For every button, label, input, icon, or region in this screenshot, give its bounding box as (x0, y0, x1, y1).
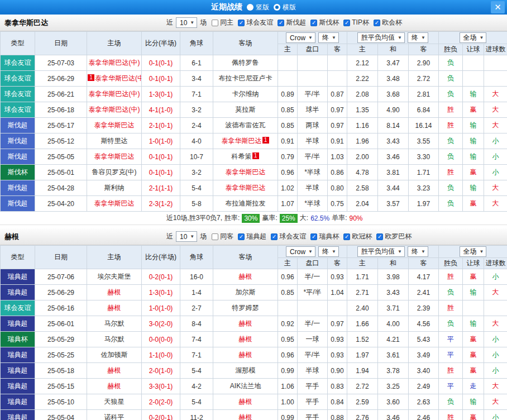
result-cell: 平 (439, 332, 463, 347)
radio-icon[interactable] (274, 4, 280, 11)
euro-odds-select[interactable]: 胜平负均值 ▼ (357, 246, 405, 257)
layout-radio-vertical[interactable]: 竖版 (247, 3, 269, 12)
competition-type-cell: 斯伐超 (1, 118, 35, 133)
checkbox-icon[interactable] (212, 233, 218, 240)
subcol-euro-home: 主 (347, 44, 378, 55)
filter-option[interactable]: ✓TIP杯 (343, 18, 369, 27)
checkbox-icon[interactable]: ✓ (343, 20, 350, 26)
asian-away-odds-cell: 1.03 (328, 149, 347, 165)
corner-cell: 16-0 (180, 269, 213, 285)
filter-option[interactable]: ✓斯伐杯 (310, 18, 339, 27)
checkbox-icon[interactable]: ✓ (238, 20, 245, 26)
asian-away-odds-cell: 0.87 (328, 87, 347, 102)
result-cell: 胜 (439, 363, 463, 379)
match-date-cell: 25-05-29 (35, 332, 87, 347)
home-team-cell: 鲁容贝罗克(中) (87, 165, 142, 180)
result-cell: 负 (439, 196, 463, 212)
asian-home-odds-cell: 0.85 (278, 102, 298, 118)
col-home: 主场 (87, 246, 142, 269)
filter-option[interactable]: ✓斯伐超 (278, 18, 306, 27)
filter-option[interactable]: ✓瑞典杯 (310, 232, 339, 241)
layout-radio-horizontal[interactable]: 横版 (274, 3, 296, 12)
match-row: 瑞典超25-06-29赫根1-3(0-1)1-4加尔斯0.85*平/半1.042… (1, 285, 507, 300)
euro-home-odds-cell: 1.66 (347, 316, 378, 332)
chevron-down-icon: ▼ (480, 249, 484, 254)
euro-odds-select[interactable]: 胜平负均值 ▼ (357, 32, 405, 43)
filter-option[interactable]: 同主 (212, 18, 233, 27)
team-name: 赫根 (4, 232, 19, 242)
euro-odds-header: 胜平负均值 ▼ 终 ▼ (347, 32, 439, 44)
subcol-asia-home: 主 (278, 44, 298, 55)
radio-label: 竖版 (256, 3, 269, 12)
filter-option[interactable]: ✓球会友谊 (271, 232, 306, 241)
handicap-result-cell: 赢 (463, 269, 484, 285)
competition-type-cell: 斯伐超 (1, 180, 35, 196)
match-count-select[interactable]: 10 ▼ (176, 231, 197, 242)
filter-label: 斯伐杯 (319, 18, 339, 27)
asian-away-odds-cell: 0.93 (328, 269, 347, 285)
score-cell: 2-3(1-2) (142, 196, 180, 212)
goals-result-cell: 大 (484, 316, 507, 332)
checkbox-icon[interactable]: ✓ (278, 20, 284, 26)
away-team-cell: 卡尔维纳 (213, 87, 278, 102)
checkbox-icon[interactable]: ✓ (238, 233, 245, 240)
checkbox-icon[interactable]: ✓ (376, 233, 383, 240)
euro-final-select[interactable]: 终 ▼ (408, 32, 428, 43)
away-team-name: 泰拿华斯巴达 (226, 168, 266, 176)
away-team-cell: 泰拿华斯巴达 (213, 180, 278, 196)
euro-draw-odds-cell: 3.46 (378, 149, 409, 165)
filter-option[interactable]: 同客 (212, 232, 233, 241)
odds-company-select[interactable]: Crow ▼ (286, 32, 315, 43)
asian-away-odds-cell: 0.80 (328, 180, 347, 196)
away-team-cell: AIK法兰地 (213, 379, 278, 394)
euro-home-odds-cell: 1.96 (347, 133, 378, 149)
filter-option[interactable]: ✓欧会杯 (374, 18, 402, 27)
checkbox-icon[interactable] (212, 20, 218, 26)
asian-away-odds-cell: 0.93 (328, 347, 347, 363)
select-value: Crow (290, 34, 305, 42)
filter-option[interactable]: ✓欧罗巴杯 (376, 232, 412, 241)
odds-final-select[interactable]: 终 ▼ (318, 246, 339, 257)
col-score: 比分(半场) (142, 32, 180, 55)
home-team-name: 泰拿华斯巴达 (94, 152, 135, 160)
checkbox-icon[interactable]: ✓ (271, 233, 278, 240)
away-team-name: 波德布雷佐瓦 (226, 121, 266, 129)
checkbox-icon[interactable]: ✓ (374, 20, 380, 26)
filter-option[interactable]: ✓球会友谊 (238, 18, 273, 27)
subcol-result: 胜负 (439, 44, 463, 55)
col-corner: 角球 (180, 246, 213, 269)
away-team-name: 赫根 (239, 273, 252, 280)
checkbox-icon[interactable]: ✓ (343, 233, 350, 240)
count-badge: 1 (262, 137, 269, 144)
home-team-cell: 赫根 (87, 300, 142, 316)
odds-company-select[interactable]: Crow ▼ (286, 246, 315, 257)
checkbox-icon[interactable]: ✓ (310, 20, 317, 26)
asian-handicap-cell: *平/半 (298, 285, 328, 300)
euro-final-select[interactable]: 终 ▼ (408, 246, 428, 257)
euro-home-odds-cell: 2.58 (347, 180, 378, 196)
asian-handicap-cell: 半/一 (298, 316, 328, 332)
filter-option[interactable]: ✓瑞典超 (238, 232, 266, 241)
match-count-select[interactable]: 10 ▼ (176, 17, 197, 28)
filter-label: 欧罗巴杯 (385, 232, 412, 241)
radio-icon[interactable] (247, 4, 253, 11)
euro-draw-odds-cell: 3.43 (378, 133, 409, 149)
euro-odds-header: 胜平负均值 ▼ 终 ▼ (347, 246, 439, 258)
asian-handicap-cell (298, 300, 328, 316)
close-button[interactable]: ✕ (491, 1, 505, 13)
euro-away-odds-cell: 3.30 (409, 149, 439, 165)
goals-result-cell: 大 (484, 196, 507, 212)
checkbox-icon[interactable]: ✓ (310, 233, 317, 240)
score-cell: 1-1(0-0) (142, 347, 180, 363)
home-team-name: 泰拿华斯巴达(中) (95, 74, 142, 82)
scope-select[interactable]: 全场 ▼ (460, 32, 487, 43)
filter-option[interactable]: ✓欧冠杯 (343, 232, 372, 241)
asian-handicap-cell (298, 71, 328, 87)
asian-away-odds-cell: 0.84 (328, 394, 347, 410)
asian-handicap-cell: 一球 (298, 332, 328, 347)
odds-final-select[interactable]: 终 ▼ (318, 32, 339, 43)
home-team-cell: 泰拿华斯巴达 (87, 118, 142, 133)
scope-select[interactable]: 全场 ▼ (460, 246, 487, 257)
away-team-name: 莫拉斯 (236, 106, 256, 113)
handicap-result-cell: 赢 (463, 332, 484, 347)
